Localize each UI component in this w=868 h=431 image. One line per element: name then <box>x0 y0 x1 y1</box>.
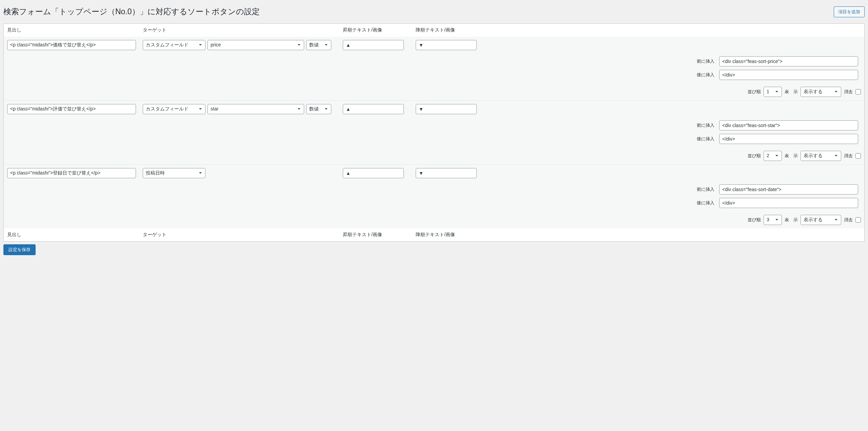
heading-input[interactable] <box>7 168 136 178</box>
delete-label: 消去 <box>844 89 853 95</box>
col-target-footer: ターゲット <box>139 228 339 242</box>
display-select[interactable]: 表示する <box>801 215 841 225</box>
insert-after-label: 後に挿入 <box>695 132 716 145</box>
delete-checkbox[interactable] <box>855 217 861 223</box>
insert-after-label: 後に挿入 <box>695 68 716 81</box>
asc-text-input[interactable] <box>343 104 404 114</box>
target-field-select[interactable]: price <box>208 40 304 50</box>
display-label: 表 示 <box>785 153 798 159</box>
target-type-select[interactable]: カスタムフィールド <box>143 104 205 114</box>
value-type-select[interactable]: 数値 <box>306 104 331 114</box>
asc-text-input[interactable] <box>343 40 404 50</box>
insert-after-input[interactable] <box>719 198 858 208</box>
value-type-select[interactable]: 数値 <box>306 40 331 50</box>
order-select[interactable]: 3 <box>764 215 782 225</box>
delete-label: 消去 <box>844 153 853 159</box>
col-heading-footer: 見出し <box>4 228 140 242</box>
delete-checkbox[interactable] <box>855 153 861 159</box>
order-label: 並び順 <box>748 153 761 159</box>
insert-before-input[interactable] <box>719 184 858 194</box>
insert-before-input[interactable] <box>719 56 858 66</box>
table-row: カスタムフィールド price 数値 前に挿入 <box>4 37 865 101</box>
col-desc: 降順テキスト/画像 <box>412 24 865 37</box>
insert-after-input[interactable] <box>719 134 858 144</box>
desc-text-input[interactable] <box>416 168 477 178</box>
delete-checkbox[interactable] <box>855 89 861 95</box>
display-select[interactable]: 表示する <box>801 151 841 161</box>
col-asc: 昇順テキスト/画像 <box>339 24 412 37</box>
col-heading: 見出し <box>4 24 140 37</box>
display-select[interactable]: 表示する <box>801 87 841 97</box>
order-label: 並び順 <box>748 89 761 95</box>
target-type-select[interactable]: 投稿日時 <box>143 168 205 178</box>
display-label: 表 示 <box>785 217 798 223</box>
insert-before-input[interactable] <box>719 120 858 130</box>
insert-before-label: 前に挿入 <box>695 55 716 68</box>
heading-input[interactable] <box>7 104 136 114</box>
target-field-select[interactable]: star <box>208 104 304 114</box>
delete-label: 消去 <box>844 217 853 223</box>
page-title: 検索フォーム「トップページ（No.0）」に対応するソートボタンの設定 <box>3 3 260 20</box>
add-item-button[interactable]: 項目を追加 <box>834 6 865 17</box>
table-row: カスタムフィールド star 数値 前に挿入 <box>4 101 865 165</box>
insert-before-label: 前に挿入 <box>695 183 716 196</box>
col-desc-footer: 降順テキスト/画像 <box>412 228 865 242</box>
order-select[interactable]: 1 <box>764 87 782 97</box>
heading-input[interactable] <box>7 40 136 50</box>
col-asc-footer: 昇順テキスト/画像 <box>339 228 412 242</box>
display-label: 表 示 <box>785 89 798 95</box>
order-select[interactable]: 2 <box>764 151 782 161</box>
insert-before-label: 前に挿入 <box>695 119 716 132</box>
col-target: ターゲット <box>139 24 339 37</box>
asc-text-input[interactable] <box>343 168 404 178</box>
desc-text-input[interactable] <box>416 40 477 50</box>
order-label: 並び順 <box>748 217 761 223</box>
insert-after-input[interactable] <box>719 70 858 80</box>
insert-after-label: 後に挿入 <box>695 197 716 209</box>
target-type-select[interactable]: カスタムフィールド <box>143 40 205 50</box>
desc-text-input[interactable] <box>416 104 477 114</box>
sort-settings-table: 見出し ターゲット 昇順テキスト/画像 降順テキスト/画像 カスタムフィールド … <box>3 23 865 242</box>
save-button[interactable]: 設定を保存 <box>3 244 36 255</box>
table-row: 投稿日時 前に挿入 後に挿入 <box>4 165 865 229</box>
